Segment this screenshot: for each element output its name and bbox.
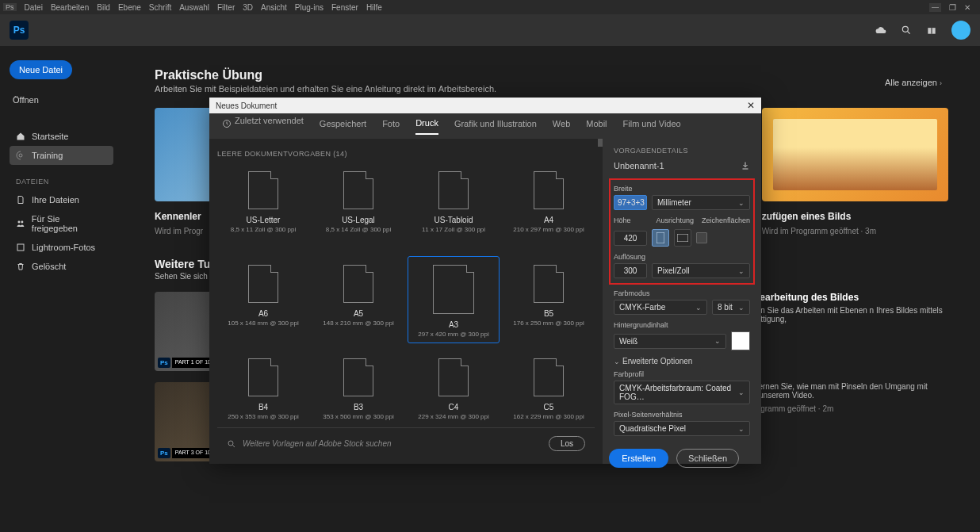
tutorial-card[interactable]: zufügen eines Bilds Wird im Programm geö…	[762, 108, 948, 235]
tab-film[interactable]: Film und Video	[623, 119, 681, 134]
bitdepth-select[interactable]: 8 bit⌄	[712, 300, 750, 315]
orientation-label: Ausrichtung	[656, 216, 694, 224]
tab-recent[interactable]: Zuletzt verwendet	[222, 116, 304, 136]
sidebar-item-deleted[interactable]: Gelöscht	[10, 257, 113, 276]
colormode-label: Farbmodus	[614, 289, 750, 297]
menu-item[interactable]: Ansicht	[261, 3, 287, 12]
landscape-icon	[677, 234, 688, 242]
colormode-select[interactable]: CMYK-Farbe⌄	[614, 300, 707, 315]
svg-point-6	[17, 221, 20, 224]
resolution-unit-select[interactable]: Pixel/Zoll⌄	[652, 263, 750, 278]
sidebar-item-training[interactable]: Training	[10, 146, 113, 165]
document-name-input[interactable]: Unbenannt-1	[614, 161, 741, 170]
tab-web[interactable]: Web	[553, 119, 570, 134]
scrollbar[interactable]	[598, 139, 603, 147]
menu-item[interactable]: Schrift	[149, 3, 171, 12]
preset-item[interactable]: C5 162 x 229 mm @ 300 ppi	[503, 350, 595, 427]
menu-item[interactable]: Bild	[97, 3, 110, 12]
svg-point-5	[19, 154, 22, 157]
menu-item[interactable]: Ebene	[118, 3, 141, 12]
close-button[interactable]: Schließen	[676, 449, 739, 468]
orientation-portrait-button[interactable]	[652, 229, 669, 247]
stock-search-input[interactable]: Weitere Vorlagen auf Adobe Stock suchen	[243, 439, 392, 448]
pixelaspect-select[interactable]: Quadratische Pixel⌄	[614, 421, 750, 436]
menu-item[interactable]: Auswahl	[179, 3, 209, 12]
sidebar-item-your-files[interactable]: Ihre Dateien	[10, 190, 113, 209]
menu-item[interactable]: Filter	[217, 3, 235, 12]
menu-item[interactable]: Datei	[25, 3, 43, 12]
view-all-link[interactable]: Alle anzeigen ›	[885, 78, 942, 87]
preset-item[interactable]: A4 210 x 297 mm @ 300 ppi	[503, 163, 595, 250]
preset-name: US-Tabloid	[434, 216, 473, 224]
width-input[interactable]: 97+3+3	[614, 195, 647, 210]
new-file-button[interactable]: Neue Datei	[10, 60, 72, 79]
document-icon	[343, 358, 373, 396]
preset-item[interactable]: C4 229 x 324 mm @ 300 ppi	[408, 350, 500, 427]
preset-item[interactable]: A3 297 x 420 mm @ 300 ppi	[408, 256, 500, 343]
save-preset-icon[interactable]	[741, 161, 750, 170]
preset-item[interactable]: B5 176 x 250 mm @ 300 ppi	[503, 256, 595, 343]
preset-name: B3	[354, 403, 363, 411]
preset-item[interactable]: US-Letter 8,5 x 11 Zoll @ 300 ppi	[217, 163, 309, 250]
sidebar-item-home[interactable]: Startseite	[10, 127, 113, 146]
tab-art[interactable]: Grafik und Illustration	[454, 119, 537, 134]
unit-select[interactable]: Millimeter⌄	[652, 195, 750, 210]
restore-icon[interactable]: ❐	[949, 3, 956, 12]
tab-saved[interactable]: Gespeichert	[320, 119, 366, 134]
menu-item[interactable]: 3D	[243, 3, 253, 12]
card-thumbnail	[762, 108, 948, 201]
create-button[interactable]: Erstellen	[609, 449, 668, 468]
gift-icon[interactable]	[926, 25, 937, 36]
height-input[interactable]: 420	[614, 231, 647, 246]
document-icon	[438, 171, 469, 209]
preset-item[interactable]: A5 148 x 210 mm @ 300 ppi	[312, 256, 404, 343]
background-select[interactable]: Weiß⌄	[614, 334, 726, 349]
tab-print[interactable]: Druck	[415, 118, 438, 135]
menu-item[interactable]: Bearbeiten	[51, 3, 89, 12]
preset-item[interactable]: B3 353 x 500 mm @ 300 ppi	[312, 350, 404, 427]
tab-photo[interactable]: Foto	[382, 119, 400, 134]
avatar[interactable]	[951, 21, 970, 40]
menu-item[interactable]: Hilfe	[366, 3, 382, 12]
preset-dimensions: 353 x 500 mm @ 300 ppi	[323, 413, 394, 420]
background-color-swatch[interactable]	[731, 331, 750, 350]
close-icon[interactable]: ✕	[747, 100, 755, 111]
preset-item[interactable]: US-Legal 8,5 x 14 Zoll @ 300 ppi	[312, 163, 404, 250]
app-logo: Ps	[10, 21, 29, 40]
tab-mobile[interactable]: Mobil	[586, 119, 607, 134]
preset-name: US-Legal	[342, 216, 375, 224]
menu-item[interactable]: Fenster	[331, 3, 358, 12]
document-icon	[248, 358, 278, 396]
cloud-icon[interactable]	[875, 25, 886, 36]
svg-line-1	[908, 32, 910, 34]
artboards-checkbox[interactable]	[696, 232, 707, 243]
sidebar-item-shared[interactable]: Für Sie freigegeben	[10, 209, 113, 238]
search-icon[interactable]	[901, 25, 912, 36]
chevron-down-icon: ⌄	[738, 267, 745, 275]
advanced-options-toggle[interactable]: ⌄Erweiterte Optionen	[614, 357, 750, 366]
document-icon	[534, 265, 564, 303]
orientation-landscape-button[interactable]	[674, 229, 691, 247]
resolution-input[interactable]: 300	[614, 263, 647, 278]
svg-point-7	[21, 221, 23, 224]
sidebar-item-lightroom[interactable]: Lightroom-Fotos	[10, 238, 113, 257]
preset-item[interactable]: B4 250 x 353 mm @ 300 ppi	[217, 350, 309, 427]
stock-go-button[interactable]: Los	[549, 436, 585, 451]
chevron-right-icon: ›	[940, 79, 942, 87]
preset-name: A5	[354, 309, 363, 318]
menu-item[interactable]: Plug-ins	[295, 3, 323, 12]
sidebar-item-label: Startseite	[32, 132, 68, 141]
document-icon	[438, 358, 469, 396]
page-title: Praktische Übung	[155, 68, 948, 82]
preset-item[interactable]: US-Tabloid 11 x 17 Zoll @ 300 ppi	[408, 163, 500, 250]
document-icon	[248, 265, 278, 303]
open-link[interactable]: Öffnen	[10, 89, 113, 111]
preset-item[interactable]: A6 105 x 148 mm @ 300 ppi	[217, 256, 309, 343]
minimize-icon[interactable]: —	[929, 3, 941, 12]
svg-rect-4	[931, 28, 932, 34]
sidebar-item-label: Für Sie freigegeben	[32, 214, 107, 233]
presets-panel: LEERE DOKUMENTVORGABEN (14) US-Letter 8,…	[209, 139, 603, 464]
preset-dimensions: 176 x 250 mm @ 300 ppi	[513, 320, 584, 327]
colorprofile-select[interactable]: CMYK-Arbeitsfarbraum: Coated FOG…⌄	[614, 381, 750, 404]
window-close-icon[interactable]: ✕	[964, 3, 970, 12]
